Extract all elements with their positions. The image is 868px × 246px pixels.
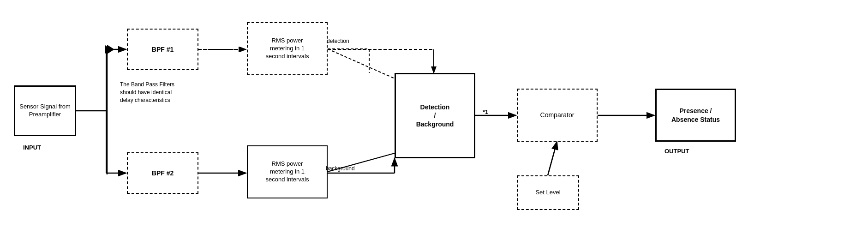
comparator-box: Comparator bbox=[517, 89, 598, 142]
rms2-label: RMS powermetering in 1second intervals bbox=[266, 160, 309, 184]
input-label: INPUT bbox=[23, 144, 41, 151]
rms1-label: RMS powermetering in 1second intervals bbox=[266, 37, 309, 60]
presence-absence-box: Presence /Absence Status bbox=[655, 89, 736, 142]
bpf1-box: BPF #1 bbox=[127, 29, 198, 70]
set-level-box: Set Level bbox=[517, 175, 579, 210]
svg-line-9 bbox=[328, 49, 395, 78]
bpf-note: The Band Pass Filtersshould have identic… bbox=[120, 81, 174, 104]
detection-background-box: Detection/Background bbox=[395, 73, 475, 158]
background-arrow-label: background bbox=[326, 165, 355, 172]
bpf2-label: BPF #2 bbox=[152, 169, 174, 177]
svg-line-15 bbox=[548, 142, 557, 175]
detection-arrow-label: detection bbox=[327, 38, 349, 44]
svg-marker-6 bbox=[105, 45, 111, 54]
svg-marker-19 bbox=[107, 45, 114, 54]
rms2-box: RMS powermetering in 1second intervals bbox=[247, 145, 328, 198]
detection-background-label: Detection/Background bbox=[416, 103, 454, 128]
comparator-label: Comparator bbox=[540, 111, 575, 119]
diagram: Sensor Signal from Preamplifier BPF #1 B… bbox=[0, 0, 868, 246]
svg-line-30 bbox=[548, 142, 557, 175]
sensor-signal-label: Sensor Signal from Preamplifier bbox=[15, 103, 75, 119]
bpf1-label: BPF #1 bbox=[152, 45, 174, 54]
set-level-label: Set Level bbox=[535, 189, 560, 197]
output-label: OUTPUT bbox=[664, 148, 689, 155]
multiply-label: *1 bbox=[483, 108, 488, 115]
presence-absence-label: Presence /Absence Status bbox=[671, 107, 720, 123]
bpf2-box: BPF #2 bbox=[127, 152, 198, 194]
rms1-box: RMS powermetering in 1second intervals bbox=[247, 22, 328, 75]
sensor-signal-box: Sensor Signal from Preamplifier bbox=[14, 85, 76, 136]
